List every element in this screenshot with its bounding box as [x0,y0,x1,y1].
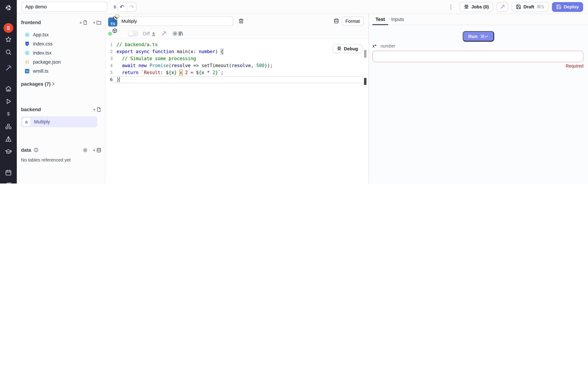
code-text: // backend/a.ts [113,41,158,48]
building-rail-button[interactable] [3,23,13,33]
add-script-button[interactable]: + [93,107,102,112]
code-line-4[interactable]: 4 await new Promise(resolve => setTimeou… [105,62,369,69]
editor-toolbar: $$ Diff ± [105,28,369,39]
code-text: export async function main(x: number) { [113,48,224,55]
file-item-index.tsx[interactable]: index.tsx [25,48,52,57]
camera-icon [96,183,102,184]
required-star: * [375,43,376,49]
svg-text:{}: {} [25,60,29,64]
x-number-input[interactable] [372,51,583,62]
run-button[interactable]: Run ⌘↵ [463,31,494,42]
windmill-logo-icon[interactable] [4,3,13,12]
required-error-text: Required [372,64,583,68]
boxes-rail-button[interactable] [5,123,12,130]
test-panel: Test Inputs Run ⌘↵ x* number Required [369,14,588,184]
history-section-header: history 5/50 + [21,183,102,184]
svg-text:$: $ [7,111,10,117]
calendar-icon [5,169,12,176]
explorer-sidebar: frontend + + App.tsx3index.cssindex.tsx{… [17,14,105,184]
add-snapshot-button[interactable]: + [93,183,102,184]
ai-assistant-button[interactable] [496,2,508,12]
bug-icon [464,4,469,9]
dollar-icon[interactable]: $ [112,4,119,10]
undo-redo-group: ↶ ↷ [117,2,137,12]
save-icon [516,4,521,9]
redo-button[interactable]: ↷ [127,2,136,11]
star-rail-button[interactable] [5,36,12,43]
add-file-button[interactable]: + [79,20,88,25]
more-menu-button[interactable]: ⋮ [446,4,456,10]
file-item-wmill.ts[interactable]: TSwmill.ts [25,67,49,75]
package-icon[interactable] [112,28,119,33]
diff-plus-minus-icon[interactable]: ± [152,31,155,36]
search-rail-button[interactable] [5,49,12,56]
code-line-1[interactable]: 1// backend/a.ts [105,41,369,48]
editor-settings-icon[interactable] [172,31,178,36]
pyramid-rail-button[interactable] [5,136,12,143]
braces-icon: {} [25,59,30,65]
dollar-icon: $ [5,110,12,117]
library-icon[interactable] [178,31,363,36]
tab-test[interactable]: Test [372,15,388,25]
code-line-5[interactable]: 5 return `Result: ${x} x 2 = ${x * 2}`; [105,69,369,76]
database-icon [96,147,102,153]
info-icon [34,148,38,152]
field-name: x [372,43,375,49]
data-settings-button[interactable] [83,147,88,153]
content-row: frontend + + App.tsx3index.cssindex.tsx{… [17,14,588,184]
route-rail-button[interactable] [5,182,12,184]
svg-text:TS: TS [26,70,28,73]
file-label: App.tsx [33,32,49,37]
file-item-app.tsx[interactable]: App.tsx [25,30,49,39]
deploy-button[interactable]: Deploy [552,2,583,12]
test-panel-tabs: Test Inputs [369,14,588,25]
ai-wand-icon[interactable] [161,31,166,36]
file-item-index.css[interactable]: 3index.css [25,39,53,48]
calendar-rail-button[interactable] [5,169,12,176]
file-item-package.json[interactable]: {}package.json [25,57,61,67]
windmill-app-editor: $ ↶ ↷ ⋮ Jobs (0) Draft [0,0,588,184]
code-line-2[interactable]: 2export async function main(x: number) { [105,48,369,55]
home-rail-button[interactable] [5,85,12,92]
format-button[interactable]: Format [342,17,364,26]
line-number: 2 [105,48,113,55]
code-editor[interactable]: 1// backend/a.ts2export async function m… [105,39,369,184]
tab-inputs[interactable]: Inputs [388,15,407,25]
script-title-input[interactable] [118,17,233,26]
add-folder-button[interactable]: + [93,20,102,25]
graduation-cap-rail-button[interactable] [5,148,12,155]
code-line-6[interactable]: 6} [105,76,369,83]
editor-overview-ruler-mark [364,78,366,85]
editor-header: TS Format $$ Diff [105,14,369,39]
frontend-section-header: frontend + + [21,20,102,25]
graduation-cap-icon [5,148,12,155]
building-icon [6,25,11,31]
delete-script-button[interactable] [238,18,244,24]
jobs-button[interactable]: Jobs (0) [459,2,493,12]
app-name-input[interactable] [21,2,107,12]
svg-text:$: $ [114,5,116,9]
magic-wand-rail-button[interactable] [5,65,12,72]
add-database-button[interactable]: + [93,147,102,153]
code-line-3[interactable]: 3 // Simulate some processing [105,55,369,62]
backend-script-multiply[interactable]: a Multiply [21,117,97,127]
input-field-x: x* number Required [372,43,583,68]
main-area: ↶ ↷ ⋮ Jobs (0) Draft ⌘S [17,0,588,184]
schema-database-icon[interactable] [334,18,339,24]
code-text: return `Result: ${x} x 2 = ${x * 2}`; [113,69,224,76]
data-empty-text: No tables referenced yet [21,157,70,163]
line-number: 6 [105,76,113,83]
draft-button[interactable]: Draft ⌘S [511,2,548,12]
editor-scrollbar-thumb[interactable] [364,50,366,58]
backend-section-header: backend + [21,107,102,112]
code-text: // Simulate some processing [113,55,196,62]
dollar-rail-button[interactable]: $ [5,110,12,117]
play-rail-button[interactable] [5,98,12,105]
packages-toggle[interactable]: packages (7) [21,81,102,87]
diff-toggle[interactable] [128,31,138,36]
typescript-icon: TS [25,68,30,74]
file-icon[interactable] [112,16,119,22]
folder-icon [96,20,102,25]
debug-button[interactable]: Debug [332,44,362,53]
route-icon [5,182,12,184]
